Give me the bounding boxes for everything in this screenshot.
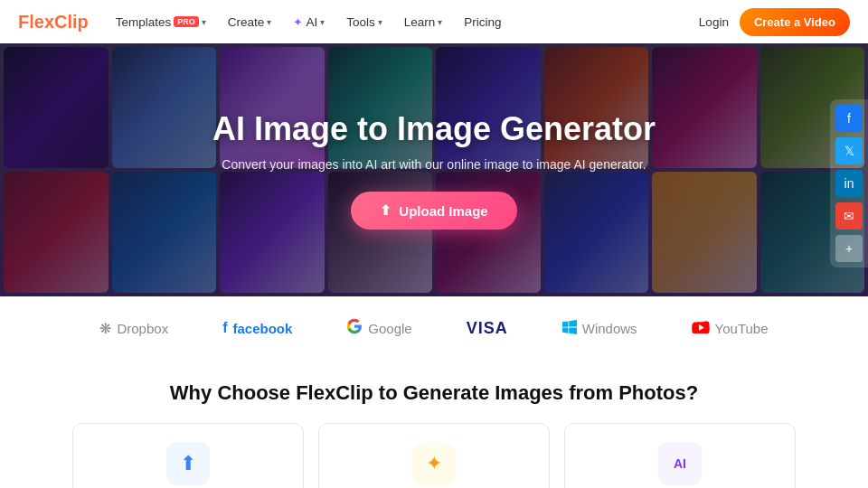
nav-links: Templates PRO ▾ Create ▾ ✦ AI ▾ Tools ▾ … [116, 15, 699, 29]
nav-templates[interactable]: Templates PRO ▾ [116, 15, 206, 29]
logo[interactable]: FlexClip [18, 12, 89, 33]
upload-box-icon: ⬆ [180, 452, 196, 475]
ai-badge-icon: AI [674, 456, 686, 471]
feature-high-quality: ✦ High-Quality Results The advanced AI m… [318, 423, 550, 488]
visa-icon: VISA [467, 319, 508, 338]
high-quality-icon-wrap: ✦ [412, 442, 456, 485]
more-share-button[interactable]: + [835, 235, 863, 262]
hero-section: AI Image to Image Generator Convert your… [0, 43, 868, 296]
partner-windows: Windows [562, 320, 637, 337]
keep-updated-icon-wrap: ⬆ [166, 442, 210, 485]
chevron-icon: ▾ [438, 17, 442, 27]
ai-spark-icon: ✦ [293, 15, 303, 29]
why-title: Why Choose FlexClip to Generate Images f… [72, 381, 796, 405]
partner-facebook: f facebook [222, 320, 292, 336]
windows-icon [562, 320, 577, 337]
nav-pricing[interactable]: Pricing [464, 15, 501, 29]
partner-visa: VISA [467, 319, 508, 338]
features-grid: ⬆ Keep Updated Our image to image genera… [72, 423, 796, 488]
chevron-icon: ▾ [378, 17, 382, 27]
feature-rich-ai: AI Rich AI Features We provide many AI t… [564, 423, 796, 488]
upload-image-button[interactable]: ⬆ Upload Image [351, 192, 516, 230]
login-button[interactable]: Login [699, 15, 729, 29]
hero-overlay: AI Image to Image Generator Convert your… [0, 43, 868, 296]
quality-star-icon: ✦ [426, 452, 442, 475]
create-video-button[interactable]: Create a Video [740, 8, 850, 36]
nav-learn[interactable]: Learn ▾ [404, 15, 443, 29]
nav-tools[interactable]: Tools ▾ [346, 15, 382, 29]
upload-icon: ⬆ [380, 202, 392, 219]
hero-title: AI Image to Image Generator [212, 110, 656, 148]
rich-ai-icon-wrap: AI [658, 442, 702, 485]
chevron-icon: ▾ [320, 17, 325, 27]
why-section: Why Choose FlexClip to Generate Images f… [0, 360, 868, 488]
feature-keep-updated: ⬆ Keep Updated Our image to image genera… [72, 423, 304, 488]
chevron-icon: ▾ [202, 17, 206, 27]
nav-ai[interactable]: ✦ AI ▾ [293, 15, 325, 29]
facebook-icon: f [222, 320, 227, 336]
facebook-share-button[interactable]: f [835, 105, 863, 132]
nav-create[interactable]: Create ▾ [228, 15, 272, 29]
partner-dropbox: ❋ Dropbox [99, 320, 168, 337]
dropbox-icon: ❋ [99, 320, 111, 337]
email-share-button[interactable]: ✉ [835, 202, 863, 230]
logo-text: FlexClip [18, 12, 89, 33]
google-icon [346, 318, 363, 338]
social-sidebar: f 𝕏 in ✉ + [830, 99, 868, 267]
twitter-share-button[interactable]: 𝕏 [835, 137, 863, 164]
chevron-icon: ▾ [267, 17, 271, 27]
nav-actions: Login Create a Video [699, 8, 850, 36]
youtube-icon [692, 321, 710, 336]
partner-youtube: YouTube [692, 321, 769, 336]
partners-strip: ❋ Dropbox f facebook Google VISA Windows… [0, 296, 868, 360]
partner-google: Google [346, 318, 411, 338]
hero-subtitle: Convert your images into AI art with our… [222, 157, 646, 172]
navbar: FlexClip Templates PRO ▾ Create ▾ ✦ AI ▾… [0, 0, 868, 43]
linkedin-share-button[interactable]: in [835, 170, 863, 197]
